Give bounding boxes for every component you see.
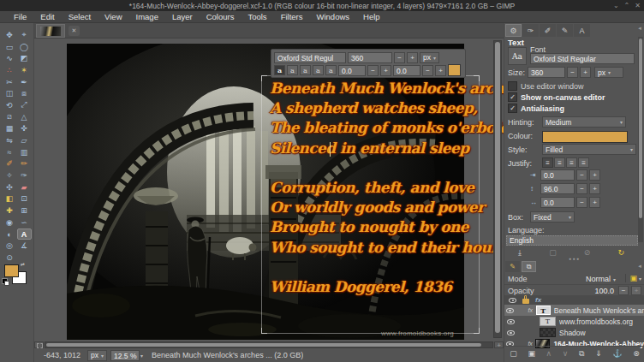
swap-colors-icon[interactable]: ⇄ — [21, 261, 25, 267]
layer-visibility-cell[interactable] — [504, 319, 516, 324]
toolbar-baseline-input[interactable]: 0.0 — [338, 65, 366, 76]
patterns-tab[interactable]: ✎ — [557, 24, 573, 37]
tool-select-by-color[interactable]: ∴ — [3, 64, 17, 76]
brushes-tab[interactable]: ✐ — [540, 24, 556, 37]
tool-scale[interactable]: ⤢ — [17, 99, 32, 111]
tool-alignment[interactable]: ⌖ — [17, 29, 32, 41]
tool-fuzzy-select[interactable]: ✶ — [17, 64, 32, 76]
save-tool-preset-button[interactable]: ⤓ — [518, 248, 522, 258]
tool-handle-transform[interactable]: ✜ — [17, 123, 32, 135]
line-spacing-increase-button[interactable]: + — [589, 183, 600, 194]
tool-mypaint-brush[interactable]: ✣ — [3, 181, 17, 193]
vertical-scrollbar[interactable] — [493, 40, 502, 338]
tool-options-tab[interactable]: ⚙ — [505, 24, 522, 37]
baseline-decrease-button[interactable]: − — [367, 65, 379, 76]
toolbar-unit-dropdown[interactable]: px ▾ — [420, 52, 439, 63]
layer-name[interactable]: Beneath Much Wenlock's arche — [554, 306, 644, 315]
kerning-increase-button[interactable]: + — [435, 65, 446, 76]
delete-tool-preset-button[interactable]: ⊘ — [584, 248, 591, 257]
layer-visibility-cell[interactable] — [504, 308, 515, 313]
tool-scissors-select[interactable]: ✂ — [3, 76, 17, 88]
layer-row[interactable]: Shadow — [504, 327, 644, 338]
menu-tools[interactable]: Tools — [241, 11, 273, 23]
language-input[interactable]: English — [506, 235, 638, 246]
dock-menu-icon[interactable]: ◄ — [637, 26, 642, 31]
menu-view[interactable]: View — [98, 11, 128, 23]
dock-splitter[interactable]: ● ● ● — [504, 258, 643, 260]
tool-transform-3d[interactable]: ▦ — [3, 123, 17, 135]
tool-rectangle-select[interactable]: ▭ — [3, 41, 17, 53]
eye-icon[interactable] — [506, 308, 514, 313]
toolbar-font-input[interactable]: Oxford Std Regul — [274, 52, 346, 63]
shade-window-icon[interactable]: ⌄ — [613, 2, 619, 9]
kerning-decrease-button[interactable]: − — [422, 65, 433, 76]
toolbar-size-increase-button[interactable]: + — [407, 52, 418, 63]
lock-header-icon[interactable] — [522, 299, 529, 304]
restore-tool-preset-button[interactable]: ▢ — [549, 248, 557, 257]
tool-ink[interactable]: ✑ — [17, 169, 32, 181]
quick-mask-toggle[interactable] — [34, 341, 44, 348]
antialiasing-checkbox[interactable]: ✓ Antialiasing — [508, 104, 564, 113]
layer-row[interactable]: Twww.fromoldbooks.org — [504, 316, 644, 327]
use-editor-window-checkbox[interactable]: Use editor window — [508, 81, 584, 91]
merge-layer-button[interactable]: ⇓ — [595, 349, 602, 358]
effects-header-icon[interactable]: fx — [535, 296, 541, 304]
menu-image[interactable]: Image — [129, 11, 165, 23]
layer-name[interactable]: Shadow — [559, 329, 586, 337]
indentation-input[interactable]: 0.0 — [540, 169, 575, 181]
toolbar-size-decrease-button[interactable]: − — [394, 52, 405, 63]
vertical-scrollbar-thumb[interactable] — [495, 42, 500, 333]
eye-icon[interactable] — [507, 319, 515, 324]
tool-text[interactable]: A — [17, 228, 32, 240]
size-input[interactable]: 360 — [528, 67, 565, 78]
layer-visibility-cell[interactable] — [504, 330, 516, 335]
navigation-button[interactable]: ✛ — [494, 341, 504, 348]
tool-cage-transform[interactable]: ▱ — [17, 134, 32, 146]
menu-filters[interactable]: Filters — [274, 11, 310, 23]
menu-file[interactable]: File — [7, 11, 33, 23]
new-layer-group-button[interactable]: ▣ — [528, 349, 535, 358]
tool-flip[interactable]: ⇋ — [3, 134, 17, 146]
tool-airbrush[interactable]: ✧ — [3, 169, 17, 181]
justify-fill-button[interactable]: ≡ — [578, 157, 589, 168]
tool-unified-transform[interactable]: ⧈ — [17, 87, 32, 99]
font-name-input[interactable]: Oxford Std Regular — [530, 53, 635, 64]
tool-zoom[interactable]: ⊙ — [3, 252, 17, 264]
justify-center-button[interactable]: ≡ — [566, 157, 577, 168]
menu-windows[interactable]: Windows — [310, 11, 357, 23]
title-bar[interactable]: *164-Much-Wenlock-Abbey-doggerel.xcf-1.0… — [0, 0, 644, 11]
status-unit-dropdown[interactable]: px ▾ — [87, 350, 107, 361]
indentation-increase-button[interactable]: + — [589, 169, 600, 181]
anchor-layer-button[interactable]: ⚓ — [612, 349, 622, 358]
textbox-handle-top-left[interactable] — [261, 75, 267, 81]
menu-colours[interactable]: Colours — [200, 11, 242, 23]
lower-layer-button[interactable]: ∨ — [563, 349, 569, 358]
style-dropdown[interactable]: Filled ▾ — [542, 144, 636, 155]
visibility-header-icon[interactable] — [509, 298, 516, 303]
tool-perspective-clone[interactable]: ⊞ — [17, 205, 32, 217]
textbox-handle-bottom-left[interactable] — [261, 328, 267, 334]
baseline-increase-button[interactable]: + — [380, 65, 391, 76]
indentation-decrease-button[interactable]: − — [576, 169, 587, 181]
letter-spacing-increase-button[interactable]: + — [589, 197, 600, 208]
layer-thumbnail[interactable]: T — [536, 306, 551, 315]
tool-paintbrush[interactable]: ✐ — [3, 158, 17, 170]
bold-button[interactable]: a — [287, 65, 298, 75]
zoom-dropdown-icon[interactable]: ▾ — [140, 353, 143, 359]
text-colour-swatch[interactable] — [542, 131, 628, 143]
menu-layer[interactable]: Layer — [165, 11, 200, 23]
eye-icon[interactable] — [507, 330, 515, 335]
tool-heal[interactable]: ✚ — [3, 205, 17, 217]
tool-smudge[interactable]: ∽ — [17, 217, 32, 228]
textbox-handle-bottom-right[interactable] — [474, 328, 480, 334]
menu-select[interactable]: Select — [62, 11, 98, 23]
image-tab[interactable] — [36, 24, 65, 38]
delete-layer-button[interactable]: ⊗ — [633, 349, 640, 358]
image-tab-close-icon[interactable]: ✕ — [69, 26, 80, 36]
horizontal-scrollbar-thumb[interactable] — [46, 343, 481, 347]
tool-warp-transform[interactable]: ≈ — [3, 146, 17, 158]
maximize-window-icon[interactable]: ⌃ — [624, 2, 630, 9]
menu-edit[interactable]: Edit — [33, 11, 61, 23]
reset-tool-options-button[interactable]: ↻ — [617, 248, 624, 257]
reset-colors-icon[interactable] — [2, 278, 8, 284]
